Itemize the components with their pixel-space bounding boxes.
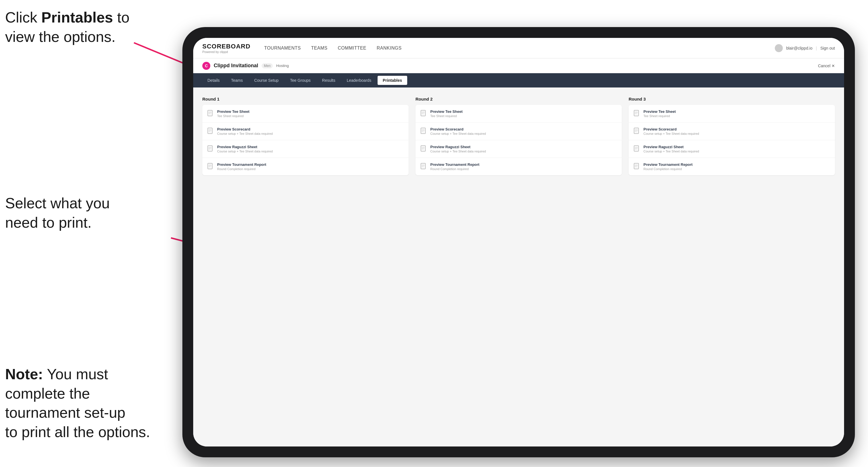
document-icon — [634, 163, 640, 170]
svg-rect-38 — [634, 128, 639, 134]
r3-tee-sheet[interactable]: Preview Tee Sheet Tee Sheet required — [629, 105, 835, 123]
r2-scorecard-title: Preview Scorecard — [430, 127, 617, 131]
brand-title: SCOREBOARD — [202, 43, 250, 50]
document-icon — [208, 110, 214, 117]
tab-results[interactable]: Results — [317, 76, 341, 85]
r2-raguzzi-subtitle: Course setup + Tee Sheet data required — [430, 150, 617, 153]
round-3-cards: Preview Tee Sheet Tee Sheet required — [629, 105, 835, 175]
svg-rect-34 — [634, 110, 639, 116]
svg-rect-14 — [208, 163, 212, 169]
tournament-logo: C — [202, 62, 210, 70]
r3-scorecard-title: Preview Scorecard — [644, 127, 830, 131]
document-icon — [634, 110, 640, 117]
r2-scorecard[interactable]: Preview Scorecard Course setup + Tee She… — [415, 123, 622, 140]
document-icon — [634, 145, 640, 153]
tablet-frame: SCOREBOARD Powered by clippd TOURNAMENTS… — [182, 27, 855, 457]
r3-tee-title: Preview Tee Sheet — [644, 110, 830, 114]
round-3-title: Round 3 — [629, 97, 835, 101]
r1-scorecard-title: Preview Scorecard — [217, 127, 404, 131]
r1-report-subtitle: Round Completion required — [217, 167, 404, 171]
r1-scorecard[interactable]: Preview Scorecard Course setup + Tee She… — [202, 123, 409, 140]
brand: SCOREBOARD Powered by clippd — [202, 43, 250, 54]
r1-scorecard-subtitle: Course setup + Tee Sheet data required — [217, 132, 404, 135]
top-nav: SCOREBOARD Powered by clippd TOURNAMENTS… — [193, 38, 844, 58]
tab-teams[interactable]: Teams — [226, 76, 248, 85]
svg-rect-22 — [421, 128, 426, 134]
sign-out-link[interactable]: Sign out — [820, 46, 835, 51]
r3-raguzzi[interactable]: Preview Raguzzi Sheet Course setup + Tee… — [629, 140, 835, 158]
r1-tee-title: Preview Tee Sheet — [217, 110, 404, 114]
tab-tee-groups[interactable]: Tee Groups — [285, 76, 316, 85]
tab-details[interactable]: Details — [202, 76, 225, 85]
r1-tee-sheet[interactable]: Preview Tee Sheet Tee Sheet required — [202, 105, 409, 123]
round-2-title: Round 2 — [415, 97, 622, 101]
svg-rect-30 — [421, 163, 426, 169]
svg-rect-6 — [208, 128, 212, 134]
document-icon — [421, 163, 427, 170]
top-nav-right: blair@clippd.io | Sign out — [775, 44, 835, 52]
round-1-section: Round 1 Preview Tee Sheet Tee S — [202, 97, 409, 175]
svg-rect-2 — [208, 110, 212, 116]
r2-report-subtitle: Round Completion required — [430, 167, 617, 171]
round-2-cards: Preview Tee Sheet Tee Sheet required — [415, 105, 622, 175]
r1-tournament-report[interactable]: Preview Tournament Report Round Completi… — [202, 158, 409, 175]
round-1-cards: Preview Tee Sheet Tee Sheet required — [202, 105, 409, 175]
r2-scorecard-subtitle: Course setup + Tee Sheet data required — [430, 132, 617, 135]
user-avatar — [775, 44, 783, 52]
brand-sub: Powered by clippd — [202, 50, 250, 54]
r2-tee-subtitle: Tee Sheet required — [430, 114, 617, 118]
r3-tournament-report[interactable]: Preview Tournament Report Round Completi… — [629, 158, 835, 175]
r1-raguzzi[interactable]: Preview Raguzzi Sheet Course setup + Tee… — [202, 140, 409, 158]
r1-raguzzi-title: Preview Raguzzi Sheet — [217, 145, 404, 149]
r2-raguzzi[interactable]: Preview Raguzzi Sheet Course setup + Tee… — [415, 140, 622, 158]
r3-scorecard-subtitle: Course setup + Tee Sheet data required — [644, 132, 830, 135]
r3-report-subtitle: Round Completion required — [644, 167, 830, 171]
document-icon — [421, 128, 427, 135]
cancel-button[interactable]: Cancel ✕ — [818, 64, 835, 68]
document-icon — [208, 145, 214, 153]
r1-tee-subtitle: Tee Sheet required — [217, 114, 404, 118]
tournament-status: Hosting — [276, 64, 289, 68]
rounds-grid: Round 1 Preview Tee Sheet Tee S — [202, 97, 835, 175]
svg-rect-42 — [634, 146, 639, 151]
tournament-name: Clippd Invitational — [214, 63, 258, 69]
nav-teams[interactable]: TEAMS — [311, 44, 328, 52]
r3-scorecard[interactable]: Preview Scorecard Course setup + Tee She… — [629, 123, 835, 140]
svg-rect-18 — [421, 110, 426, 116]
document-icon — [208, 163, 214, 170]
round-3-section: Round 3 Preview Tee Sheet Tee S — [629, 97, 835, 175]
secondary-nav: Details Teams Course Setup Tee Groups Re… — [193, 73, 844, 88]
nav-tournaments[interactable]: TOURNAMENTS — [264, 44, 301, 52]
r1-raguzzi-subtitle: Course setup + Tee Sheet data required — [217, 150, 404, 153]
instruction-bottom: Note: You mustcomplete thetournament set… — [5, 365, 150, 442]
tablet-screen: SCOREBOARD Powered by clippd TOURNAMENTS… — [193, 38, 844, 446]
document-icon — [634, 128, 640, 135]
tournament-title-row: C Clippd Invitational Men Hosting — [202, 62, 289, 70]
r3-tee-subtitle: Tee Sheet required — [644, 114, 830, 118]
document-icon — [208, 128, 214, 135]
tab-course-setup[interactable]: Course Setup — [249, 76, 284, 85]
svg-rect-46 — [634, 163, 639, 169]
round-1-title: Round 1 — [202, 97, 409, 101]
tab-printables[interactable]: Printables — [378, 76, 407, 85]
r2-raguzzi-title: Preview Raguzzi Sheet — [430, 145, 617, 149]
r1-report-title: Preview Tournament Report — [217, 162, 404, 167]
main-nav: TOURNAMENTS TEAMS COMMITTEE RANKINGS — [264, 44, 775, 52]
r2-tournament-report[interactable]: Preview Tournament Report Round Completi… — [415, 158, 622, 175]
svg-rect-26 — [421, 146, 426, 151]
main-content: Round 1 Preview Tee Sheet Tee S — [193, 88, 844, 446]
tournament-header: C Clippd Invitational Men Hosting Cancel… — [193, 58, 844, 73]
tournament-badge: Men — [261, 63, 273, 68]
r2-tee-title: Preview Tee Sheet — [430, 110, 617, 114]
r2-tee-sheet[interactable]: Preview Tee Sheet Tee Sheet required — [415, 105, 622, 123]
r3-raguzzi-title: Preview Raguzzi Sheet — [644, 145, 830, 149]
document-icon — [421, 145, 427, 153]
instruction-top: Click Printables toview the options. — [5, 8, 129, 46]
r3-report-title: Preview Tournament Report — [644, 162, 830, 167]
nav-rankings[interactable]: RANKINGS — [377, 44, 402, 52]
round-2-section: Round 2 Preview Tee Sheet Tee S — [415, 97, 622, 175]
nav-committee[interactable]: COMMITTEE — [338, 44, 367, 52]
tab-leaderboards[interactable]: Leaderboards — [342, 76, 376, 85]
r3-raguzzi-subtitle: Course setup + Tee Sheet data required — [644, 150, 830, 153]
document-icon — [421, 110, 427, 117]
